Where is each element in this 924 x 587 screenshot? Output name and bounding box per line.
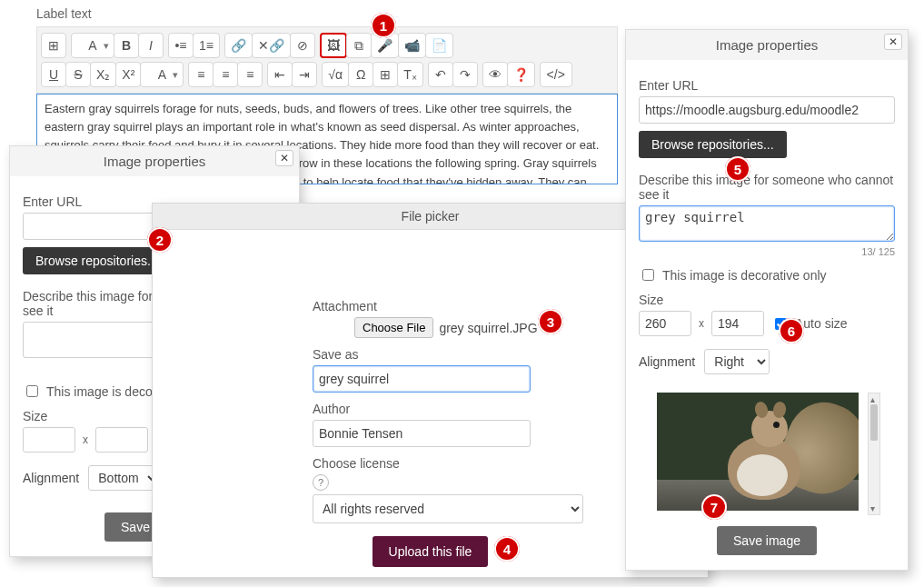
accessibility-button[interactable]: 👁 (482, 62, 508, 87)
size-label: Size (639, 293, 895, 307)
subscript-button[interactable]: X₂ (90, 62, 116, 87)
unlink-button[interactable]: ✕🔗 (252, 33, 291, 58)
height-input[interactable] (711, 311, 764, 336)
align-left-button[interactable]: ≡ (188, 62, 214, 87)
editor-toolbar: ⊞ A B I •≡ 1≡ 🔗 ✕🔗 ⊘ 🖼 ⧉ 🎤 📹 📄 (36, 26, 618, 94)
dialog-title: Image properties ✕ (626, 30, 908, 60)
decorative-checkbox[interactable] (26, 385, 38, 397)
italic-button[interactable]: I (138, 33, 164, 58)
undo-button[interactable]: ↶ (428, 62, 453, 87)
step-badge-7: 7 (701, 494, 727, 520)
equation-button[interactable]: √α (322, 62, 349, 87)
preview-scrollbar[interactable] (868, 393, 880, 515)
image-preview (657, 393, 859, 511)
license-select[interactable]: All rights reserved (313, 494, 583, 523)
font-label-icon: A (88, 38, 96, 53)
alignment-select[interactable]: Right (704, 349, 770, 374)
bold-button[interactable]: B (114, 33, 139, 58)
ul-button[interactable]: •≡ (168, 33, 194, 58)
clear-format-button[interactable]: Tₓ (397, 62, 423, 87)
label-text: Label text (36, 6, 618, 21)
decorative-checkbox[interactable] (642, 269, 654, 281)
underline-button[interactable]: U (41, 62, 66, 87)
insert-media-button[interactable]: ⧉ (346, 33, 372, 58)
record-video-button[interactable]: 📹 (398, 33, 426, 58)
author-input[interactable] (313, 420, 531, 447)
enter-url-label: Enter URL (639, 78, 895, 93)
decorative-checkbox-row[interactable]: This image is decorative only (639, 266, 895, 284)
screenreader-helper-button[interactable]: ❓ (507, 62, 535, 87)
manage-files-button[interactable]: 📄 (425, 33, 453, 58)
size-x-separator: x (699, 317, 704, 330)
font-color-dropdown[interactable]: A (140, 62, 184, 87)
decorative-label: This image is decorative only (662, 268, 827, 283)
alignment-label: Alignment (639, 354, 695, 369)
step-badge-5: 5 (725, 156, 750, 182)
ol-button[interactable]: 1≡ (193, 33, 220, 58)
strike-icon: S (74, 67, 82, 82)
indent-button[interactable]: ⇥ (292, 62, 317, 87)
paragraph-style-dropdown[interactable]: A (71, 33, 114, 58)
step-badge-1: 1 (371, 13, 396, 38)
save-as-input[interactable] (313, 365, 531, 393)
step-badge-6: 6 (779, 318, 804, 343)
help-icon[interactable]: ? (313, 474, 329, 491)
height-input[interactable] (95, 427, 148, 453)
underline-icon: U (49, 67, 58, 82)
url-input[interactable] (639, 96, 895, 124)
dialog-title-text: Image properties (104, 154, 206, 169)
browse-repositories-button[interactable]: Browse repositories... (639, 131, 787, 158)
bold-icon: B (122, 38, 131, 53)
redo-button[interactable]: ↷ (452, 62, 478, 87)
step-badge-3: 3 (538, 309, 563, 334)
close-icon[interactable]: ✕ (275, 150, 293, 166)
dialog-title-text: Image properties (716, 37, 819, 53)
prevent-autolink-button[interactable]: ⊘ (290, 33, 315, 58)
browse-repositories-button[interactable]: Browse repositories... (23, 247, 171, 274)
save-image-button[interactable]: Save image (717, 526, 817, 555)
table-button[interactable]: ⊞ (373, 62, 398, 87)
insert-image-button[interactable]: 🖼 (320, 33, 347, 58)
outdent-button[interactable]: ⇤ (267, 62, 293, 87)
description-char-count: 13/ 125 (639, 246, 895, 257)
font-color-icon: A (158, 67, 166, 82)
link-button[interactable]: 🔗 (224, 33, 253, 58)
width-input[interactable] (639, 311, 691, 336)
align-center-button[interactable]: ≡ (213, 62, 238, 87)
step-badge-2: 2 (147, 227, 173, 253)
size-x-separator: x (83, 433, 88, 446)
chosen-file-name: grey squirrel.JPG (439, 321, 537, 335)
strike-button[interactable]: S (65, 62, 91, 87)
dialog-title: Image properties ✕ (10, 146, 299, 176)
special-char-button[interactable]: Ω (348, 62, 373, 87)
superscript-button[interactable]: X² (115, 62, 141, 87)
html-source-button[interactable]: </> (540, 62, 572, 87)
describe-label: Describe this image for someone who cann… (639, 173, 895, 202)
close-icon[interactable]: ✕ (884, 34, 902, 50)
choose-file-button[interactable]: Choose File (354, 317, 433, 338)
alignment-select[interactable]: Bottom (88, 465, 160, 491)
align-right-button[interactable]: ≡ (237, 62, 263, 87)
upload-this-file-button[interactable]: Upload this file (373, 536, 489, 567)
image-properties-dialog-right: Image properties ✕ Enter URL Browse repo… (625, 29, 909, 571)
expand-toolbar-button[interactable]: ⊞ (41, 33, 66, 58)
alignment-label: Alignment (23, 471, 79, 485)
description-input[interactable]: grey squirrel (639, 205, 895, 242)
italic-icon: I (149, 38, 153, 53)
step-badge-4: 4 (494, 536, 520, 562)
width-input[interactable] (23, 427, 75, 453)
